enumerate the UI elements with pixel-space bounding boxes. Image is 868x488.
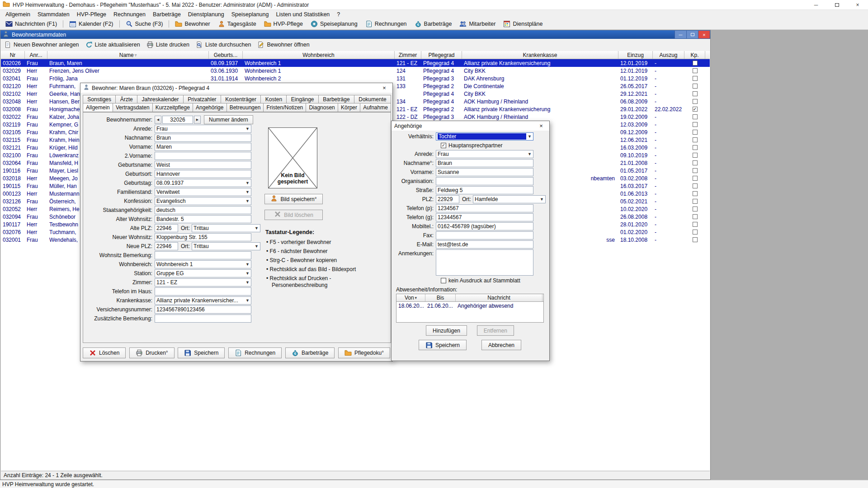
nachname-input[interactable]: Braun: [155, 134, 251, 142]
tab-kurzzeitpflege[interactable]: Kurzzeitpflege: [153, 103, 193, 112]
zus-tzliche-bemerkung-input[interactable]: [155, 314, 251, 323]
vorname-input[interactable]: Susanne: [436, 168, 533, 176]
toolbar-kalender-f2[interactable]: Kalender (F2): [66, 19, 116, 28]
toolbar-bewohner[interactable]: Bewohner: [172, 19, 213, 28]
menu-item[interactable]: ?: [333, 10, 344, 19]
toolbar-barbetr-ge[interactable]: €Barbeträge: [411, 19, 455, 28]
column-header-wohnbereich[interactable]: Wohnbereich: [243, 51, 395, 59]
menu-speiseplanung[interactable]: Speiseplanung: [228, 10, 273, 19]
prev-record-button[interactable]: ◀: [155, 116, 161, 124]
verh-ltnis-select[interactable]: Tochter▼: [436, 132, 533, 141]
liste-durchsuchen-button[interactable]: Liste durchsuchen: [196, 41, 251, 48]
maximize-button[interactable]: [826, 0, 847, 9]
kp-checkbox[interactable]: [693, 122, 698, 127]
tab-angeh-rige[interactable]: Angehörige: [193, 103, 227, 112]
next-record-button[interactable]: ▶: [194, 116, 201, 124]
table-row[interactable]: 032041FrauFrölig, Jana31.01.1914Wohnbere…: [1, 75, 710, 82]
column-header-einzug[interactable]: Einzug: [618, 51, 653, 59]
menu-rechnungen[interactable]: Rechnungen: [110, 10, 149, 19]
kp-checkbox[interactable]: [693, 237, 698, 242]
kp-checkbox[interactable]: [693, 176, 698, 181]
table-row[interactable]: 032029HerrFrenzen, Jens Oliver03.06.1930…: [1, 67, 710, 75]
stra-e-input[interactable]: Feldweg 5: [436, 186, 533, 194]
close-icon[interactable]: ×: [533, 121, 549, 131]
tab-betreuungen[interactable]: Betreuungen: [227, 103, 264, 112]
barbetr-ge-button[interactable]: €Barbeträge: [285, 347, 335, 358]
fax-input[interactable]: [436, 231, 533, 239]
alter-wohnsitz-input[interactable]: Bandestr. 5: [155, 215, 251, 223]
ort-select[interactable]: Hamfelde▼: [473, 195, 546, 203]
resident-number-input[interactable]: 32026: [162, 116, 193, 124]
telefon-g-input[interactable]: 12344567: [436, 213, 533, 221]
column-header-pflegegrad[interactable]: Pflegegrad: [421, 51, 462, 59]
abbrechen-button[interactable]: Abbrechen: [481, 340, 521, 350]
geburtsname-input[interactable]: Weist: [155, 161, 251, 169]
kp-checkbox[interactable]: [693, 130, 698, 135]
tab-rzte[interactable]: Ärzte: [116, 95, 137, 103]
nachname-input[interactable]: Braun: [436, 159, 533, 167]
change-number-button[interactable]: Nummer ändern: [204, 115, 253, 124]
kp-checkbox[interactable]: [693, 91, 698, 96]
kp-checkbox[interactable]: ✓: [693, 107, 698, 112]
wohnsitz-bemerkung-input[interactable]: [155, 251, 251, 259]
menu-listen-und-statistiken[interactable]: Listen und Statistiken: [272, 10, 333, 19]
staatsangeh-rigkeit-input[interactable]: deutsch: [155, 206, 251, 214]
kp-checkbox[interactable]: [693, 114, 698, 119]
tab-aufnahme[interactable]: Aufnahme: [360, 103, 391, 112]
minimize-button[interactable]: ─: [806, 0, 826, 9]
kp-checkbox[interactable]: [693, 99, 698, 104]
column-header-krankenkasse[interactable]: Krankenkasse: [462, 51, 618, 59]
tab-fristen-notizen[interactable]: Fristen/Notizen: [264, 103, 306, 112]
speichern-button[interactable]: Speichern: [419, 340, 467, 350]
menu-barbetr-ge[interactable]: Barbeträge: [149, 10, 184, 19]
wohnbereich-select[interactable]: Wohnbereich 1▼: [155, 260, 251, 268]
kp-checkbox[interactable]: [693, 153, 698, 158]
station-select[interactable]: Gruppe EG▼: [155, 269, 251, 277]
neuer-wohnsitz-input[interactable]: Kloppenburg Str. 155: [155, 233, 251, 241]
toolbar-rechnungen[interactable]: Rechnungen: [362, 19, 410, 28]
kp-checkbox[interactable]: [693, 84, 698, 89]
toolbar-speiseplanung[interactable]: Speiseplanung: [307, 19, 361, 28]
ort-select[interactable]: Trittau▼: [192, 224, 260, 232]
kp-checkbox[interactable]: [693, 230, 698, 235]
ort-select[interactable]: Trittau▼: [192, 242, 260, 250]
kp-checkbox[interactable]: [693, 183, 698, 188]
tab-kostentr-ger[interactable]: Kostenträger: [221, 95, 261, 103]
kp-checkbox[interactable]: [693, 145, 698, 150]
column-header-geburts[interactable]: Geburts...: [209, 51, 243, 59]
close-icon[interactable]: ×: [376, 83, 392, 93]
geburtsort-input[interactable]: Hannover: [155, 170, 251, 178]
telefon-im-haus-input[interactable]: [155, 287, 251, 296]
e-mail-input[interactable]: test@test.de: [436, 240, 533, 249]
menu-stammdaten[interactable]: Stammdaten: [34, 10, 73, 19]
toolbar-suche-f3[interactable]: Suche (F3): [123, 19, 166, 28]
close-button[interactable]: ×: [847, 0, 868, 9]
menu-dienstplanung[interactable]: Dienstplanung: [184, 10, 228, 19]
mobiltel-input[interactable]: 0162-456789 (tagsüber): [436, 222, 533, 230]
kein-ausdruck-auf-stammblatt-checkbox[interactable]: [441, 278, 446, 283]
menu-allgemein[interactable]: Allgemein: [2, 10, 34, 19]
delete-image-button[interactable]: Bild löschen: [264, 210, 323, 220]
column-header-auszug[interactable]: Auszug: [653, 51, 684, 59]
alte-plz-input[interactable]: 22946: [155, 224, 178, 232]
kp-checkbox[interactable]: [693, 214, 698, 219]
kp-checkbox[interactable]: [693, 68, 698, 73]
neuen-bewohner-anlegen-button[interactable]: Neuen Bewohner anlegen: [4, 41, 79, 48]
column-header-name[interactable]: Name▿: [47, 51, 209, 59]
toolbar-nachrichten-f1[interactable]: Nachrichten (F1): [2, 19, 60, 28]
tab-sonstiges[interactable]: Sonstiges: [83, 95, 116, 103]
tab-eing-nge[interactable]: Eingänge: [287, 95, 318, 103]
bewohner-ffnen-button[interactable]: Bewohner öffnen: [257, 41, 309, 48]
absence-column-header-von[interactable]: Von▾: [396, 294, 425, 301]
2-vorname-input[interactable]: [155, 152, 251, 160]
plz-input[interactable]: 22929: [436, 195, 459, 203]
tab-barbetr-ge[interactable]: Barbeträge: [319, 95, 354, 103]
kp-checkbox[interactable]: [693, 168, 698, 173]
pflegedoku-button[interactable]: Pflegedoku°: [338, 347, 390, 358]
column-header-kp[interactable]: Kp.: [684, 51, 705, 59]
kp-checkbox[interactable]: [693, 191, 698, 196]
versicherungsnummer-input[interactable]: 1234567890123456: [155, 305, 251, 314]
toolbar-tagesg-ste[interactable]: Tagesgäste: [215, 19, 259, 28]
column-header-anr[interactable]: Anr...: [25, 51, 47, 59]
tab-k-rper[interactable]: Körper: [338, 103, 360, 112]
